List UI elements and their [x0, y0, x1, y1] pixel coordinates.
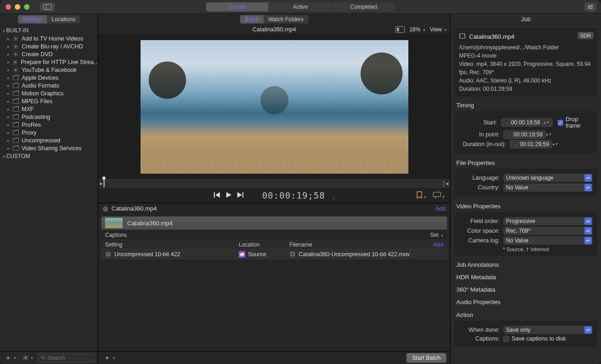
job-video: Video: mp4, 3840 x 1920, Progressive, Sq…: [459, 60, 593, 76]
section-hdr-metadata[interactable]: HDR Metadata: [451, 271, 601, 283]
batch-add-link[interactable]: Add: [436, 205, 446, 212]
tab-settings[interactable]: Settings: [18, 15, 47, 23]
drop-frame-checkbox[interactable]: ✓: [558, 120, 563, 126]
tree-item[interactable]: ▸YouTube & Facebook: [0, 66, 98, 74]
tab-locations[interactable]: Locations: [47, 15, 80, 23]
in-marker-icon[interactable]: ▸│: [100, 180, 106, 187]
tab-completed[interactable]: Completed: [332, 2, 395, 12]
tab-watch-folders[interactable]: Watch Folders: [264, 15, 308, 23]
whendone-popup[interactable]: Save only▴▾: [503, 326, 593, 334]
tree-item[interactable]: ▸MPEG Files: [0, 97, 98, 105]
fieldorder-popup[interactable]: Progressive▴▾: [503, 217, 593, 225]
tree-item[interactable]: ▸Podcasting: [0, 113, 98, 121]
tree-item[interactable]: ▸MXF: [0, 105, 98, 113]
start-batch-button[interactable]: Start Batch: [406, 353, 447, 363]
job-duration: Duration: 00:01:29;59: [459, 85, 593, 93]
col-add[interactable]: Add: [430, 240, 447, 249]
start-field[interactable]: ⌄00:00:19;58▲▼: [501, 118, 553, 127]
view-menu[interactable]: View ▾: [430, 26, 447, 33]
batch-add-button[interactable]: ＋▾: [102, 353, 117, 362]
timeline[interactable]: ▸│ │◂: [98, 179, 450, 188]
play-button[interactable]: [225, 192, 232, 200]
video-frame: [141, 40, 408, 174]
captions-set[interactable]: Set ▾: [430, 232, 443, 238]
batch-job-title: Catalina360.mp4: [112, 205, 157, 212]
tree-item[interactable]: ▸ProRes: [0, 121, 98, 129]
section-360-metadata[interactable]: 360° Metadata: [451, 283, 601, 296]
tree-item[interactable]: ▸Uncompressed: [0, 136, 98, 144]
tab-active[interactable]: Active: [269, 2, 332, 12]
zoom-level[interactable]: 18% ▾: [409, 26, 425, 33]
tab-batch[interactable]: Batch: [240, 15, 264, 23]
colorspace-popup[interactable]: Rec. 709*▴▾: [503, 227, 593, 235]
tree-item[interactable]: ▸Apple Devices: [0, 74, 98, 82]
close-window[interactable]: [6, 4, 11, 10]
prev-button[interactable]: [213, 192, 221, 200]
cameralog-popup[interactable]: No Value▴▾: [503, 236, 593, 245]
toggle-sidebar-button[interactable]: [40, 2, 55, 12]
output-location: Source: [248, 251, 266, 258]
tab-current[interactable]: Current: [206, 2, 269, 12]
tree-item-label: Audio Formats: [22, 82, 59, 89]
captions-action-label: Captions:: [459, 335, 503, 342]
tree-item[interactable]: ▸Video Sharing Services: [0, 144, 98, 152]
gear-icon: [12, 35, 19, 42]
disclosure-icon: ▸: [7, 146, 10, 151]
search-input[interactable]: [47, 355, 92, 361]
section-audio-properties[interactable]: Audio Properties: [451, 296, 601, 308]
playhead[interactable]: [104, 178, 104, 188]
job-title: Catalina360.mp4: [469, 33, 514, 40]
compare-icon[interactable]: [395, 26, 405, 33]
language-popup[interactable]: Unknown language▴▾: [503, 174, 593, 182]
settings-tree[interactable]: BUILT-IN▸Add to TV Home Videos▸Create Bl…: [0, 24, 98, 351]
svg-rect-16: [214, 192, 215, 198]
clip-row[interactable]: Catalina360.mp4: [101, 216, 448, 230]
file-icon: [289, 251, 296, 258]
fieldorder-label: Field order:: [459, 218, 503, 224]
next-button[interactable]: [236, 192, 244, 200]
duration-field[interactable]: ⌄00:01:29;59▲▼: [510, 140, 552, 148]
tree-item[interactable]: ▸Create DVD: [0, 50, 98, 58]
inpoint-field[interactable]: ⌄00:00:19;58▲▼: [503, 130, 546, 139]
caption-icon[interactable]: ▾: [433, 192, 445, 200]
tree-group[interactable]: CUSTOM: [0, 152, 98, 160]
preview-viewer[interactable]: [98, 35, 450, 179]
zoom-window[interactable]: [24, 4, 29, 10]
folder-icon: [12, 106, 19, 112]
section-videoprops[interactable]: Video Properties: [451, 200, 601, 212]
tree-item[interactable]: ▸Motion Graphics: [0, 89, 98, 97]
col-location: Location: [235, 240, 286, 249]
job-path: /Users/johnnyappleseed/.../Watch Folder: [459, 43, 593, 52]
tree-item-label: Uncompressed: [22, 137, 60, 144]
inspector-toggle-button[interactable]: [584, 2, 596, 12]
search-field[interactable]: [38, 353, 95, 363]
tree-item[interactable]: ▸Prepare for HTTP Live Strea…: [0, 58, 98, 66]
start-label: Start:: [459, 119, 501, 126]
svg-rect-20: [242, 192, 243, 198]
tree-item-label: Proxy: [22, 129, 36, 136]
country-popup[interactable]: No Value▴▾: [503, 183, 593, 192]
preview-header: Catalina360.mp4 18% ▾ View ▾: [98, 24, 450, 35]
add-button[interactable]: ＋▾: [3, 353, 18, 362]
tree-item[interactable]: ▸Add to TV Home Videos: [0, 35, 98, 42]
output-row[interactable]: Uncompressed 10-bit 422 Source Catalina3…: [101, 249, 448, 259]
section-job-annotations[interactable]: Job Annotations: [451, 258, 601, 271]
tree-item[interactable]: ▸Audio Formats: [0, 82, 98, 89]
timing-panel: Start: ⌄00:00:19;58▲▼ ✓ Drop frame In po…: [454, 111, 597, 153]
minimize-window[interactable]: [15, 4, 20, 10]
action-menu-button[interactable]: ▾: [21, 355, 35, 361]
tree-group[interactable]: BUILT-IN: [0, 26, 98, 35]
marker-icon[interactable]: ▾: [416, 191, 426, 200]
folder-icon: [12, 82, 19, 89]
out-marker-icon[interactable]: │◂: [442, 180, 449, 187]
save-captions-checkbox[interactable]: [503, 336, 509, 342]
job-audio: Audio: AAC, Stereo (L R), 48.000 kHz: [459, 76, 593, 85]
section-action[interactable]: Action: [451, 308, 601, 321]
section-fileprops[interactable]: File Properties: [451, 156, 601, 169]
folder-icon: [12, 114, 19, 120]
section-timing[interactable]: Timing: [451, 99, 601, 111]
tree-item[interactable]: ▸Create Blu-ray / AVCHD: [0, 42, 98, 50]
svg-point-7: [590, 8, 592, 9]
tree-item[interactable]: ▸Proxy: [0, 129, 98, 136]
timecode-display[interactable]: 00:00:19;58 ⌄: [262, 190, 336, 200]
